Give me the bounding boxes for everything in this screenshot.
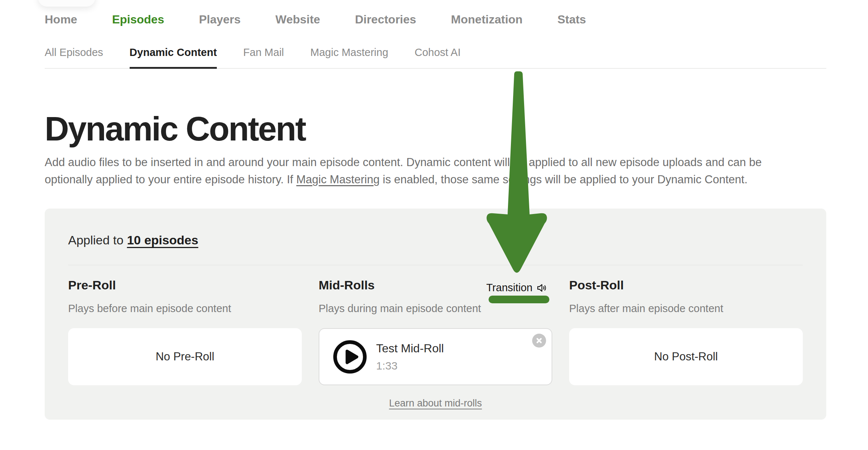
post-roll-title: Post-Roll bbox=[569, 278, 803, 292]
pre-roll-column: Pre-Roll Plays before main episode conte… bbox=[68, 278, 302, 409]
close-x-icon bbox=[535, 337, 543, 344]
pre-roll-title: Pre-Roll bbox=[68, 278, 302, 292]
applied-episodes-link[interactable]: 10 episodes bbox=[127, 233, 199, 247]
nav-item-players[interactable]: Players bbox=[199, 13, 241, 26]
page-description: Add audio files to be inserted in and ar… bbox=[45, 154, 826, 188]
post-roll-subtitle: Plays after main episode content bbox=[569, 302, 803, 315]
description-line2-after: is enabled, those same settings will be … bbox=[379, 173, 748, 186]
post-roll-column: Post-Roll Plays after main episode conte… bbox=[569, 278, 803, 409]
nav-item-website[interactable]: Website bbox=[275, 13, 320, 26]
no-pre-roll-card[interactable]: No Pre-Roll bbox=[68, 328, 302, 385]
remove-mid-roll-button[interactable] bbox=[532, 334, 546, 348]
nav-item-episodes[interactable]: Episodes bbox=[112, 13, 164, 26]
annotation-underline-bar bbox=[489, 296, 549, 303]
learn-row: Learn about mid-rolls bbox=[319, 398, 552, 409]
subnav-item-fan-mail[interactable]: Fan Mail bbox=[243, 46, 284, 68]
partial-pill-button[interactable] bbox=[38, 0, 95, 7]
nav-item-stats[interactable]: Stats bbox=[557, 13, 586, 26]
subnav-item-all-episodes[interactable]: All Episodes bbox=[45, 46, 103, 68]
roll-columns: Pre-Roll Plays before main episode conte… bbox=[68, 278, 803, 409]
no-post-roll-label: No Post-Roll bbox=[654, 350, 718, 363]
nav-item-monetization[interactable]: Monetization bbox=[451, 13, 523, 26]
magic-mastering-link[interactable]: Magic Mastering bbox=[296, 173, 379, 186]
transition-setting[interactable]: Transition bbox=[486, 282, 548, 294]
play-icon[interactable] bbox=[333, 340, 367, 374]
mid-roll-meta: Test Mid-Roll 1:33 bbox=[376, 342, 444, 372]
applied-to-row: Applied to 10 episodes bbox=[68, 233, 803, 247]
episodes-sub-nav: All Episodes Dynamic Content Fan Mail Ma… bbox=[45, 46, 826, 69]
mid-roll-duration: 1:33 bbox=[376, 360, 444, 372]
dynamic-content-page: Home Episodes Players Website Directorie… bbox=[0, 0, 868, 450]
nav-item-directories[interactable]: Directories bbox=[355, 13, 416, 26]
panel-divider bbox=[68, 265, 803, 265]
learn-about-mid-rolls-link[interactable]: Learn about mid-rolls bbox=[389, 398, 482, 409]
top-nav: Home Episodes Players Website Directorie… bbox=[45, 13, 826, 26]
no-pre-roll-label: No Pre-Roll bbox=[156, 350, 214, 363]
pre-roll-subtitle: Plays before main episode content bbox=[68, 302, 302, 315]
page-title: Dynamic Content bbox=[45, 111, 826, 146]
nav-item-home[interactable]: Home bbox=[45, 13, 77, 26]
subnav-item-magic-mastering[interactable]: Magic Mastering bbox=[310, 46, 388, 68]
transition-label-text: Transition bbox=[486, 282, 533, 294]
mid-roll-name: Test Mid-Roll bbox=[376, 342, 444, 355]
no-post-roll-card[interactable]: No Post-Roll bbox=[569, 328, 803, 385]
applied-to-text: Applied to bbox=[68, 233, 127, 247]
mid-rolls-subtitle: Plays during main episode content bbox=[319, 302, 552, 315]
speaker-volume-icon bbox=[536, 282, 548, 294]
description-line2-before: optionally applied to your entire episod… bbox=[45, 173, 296, 186]
mid-roll-card[interactable]: Test Mid-Roll 1:33 bbox=[319, 328, 552, 385]
description-line1: Add audio files to be inserted in and ar… bbox=[45, 156, 762, 169]
dynamic-content-panel: Applied to 10 episodes Pre-Roll Plays be… bbox=[45, 209, 826, 420]
subnav-item-dynamic-content[interactable]: Dynamic Content bbox=[130, 46, 217, 68]
subnav-item-cohost-ai[interactable]: Cohost AI bbox=[415, 46, 461, 68]
